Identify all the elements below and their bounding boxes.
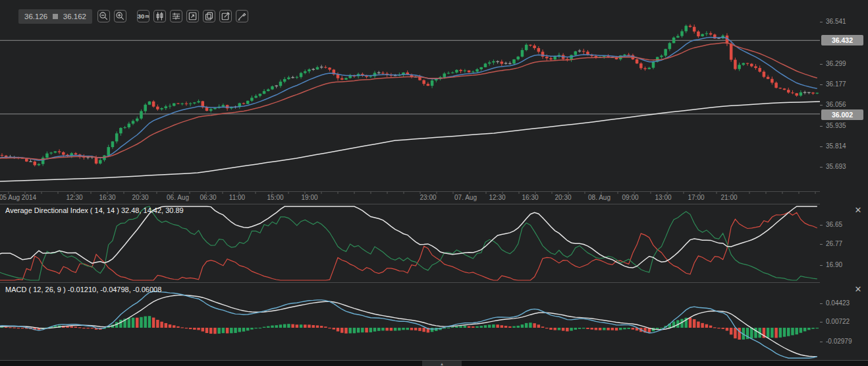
timeframe-unit: m: [145, 14, 149, 18]
price-axis-label: 35.814: [826, 142, 846, 150]
time-axis-label: 08. Aug: [588, 194, 610, 201]
quote-box: 36.126 36.162: [18, 9, 92, 24]
time-axis-label: 20:30: [555, 194, 571, 201]
adx-indicator-chart[interactable]: [0, 204, 820, 282]
price-line-badge: 36.432: [821, 35, 863, 46]
time-axis-label: 12:30: [66, 194, 82, 201]
price-axis[interactable]: ✕ ✕ 36.54136.29936.17736.05635.93535.814…: [820, 0, 868, 360]
axis-tick: [820, 22, 823, 22]
spread-indicator-icon: [53, 14, 58, 19]
time-axis[interactable]: 05 Aug 201412:3016:3020:3006. Aug06:3011…: [0, 192, 820, 204]
ema-slow-line: [0, 43, 817, 160]
macd-axis-label: -0.02979: [826, 338, 852, 346]
time-axis-label: 05 Aug 2014: [0, 194, 36, 201]
macd-title: MACD ( 12, 26, 9 ) -0.01210, -0.04798, -…: [5, 286, 161, 293]
price-axis-label: 36.177: [826, 80, 846, 88]
macd-indicator-chart[interactable]: [0, 283, 820, 360]
price-axis-label: 35.935: [826, 122, 846, 130]
expand-chart-icon: [187, 11, 198, 22]
time-axis-label: 06:30: [200, 194, 216, 201]
minus-di-line: [0, 212, 817, 280]
chart-expand-button[interactable]: [186, 10, 199, 22]
time-axis-label: 07. Aug: [454, 194, 477, 201]
price-axis-label: 36.299: [826, 60, 846, 68]
panel-expand-handle[interactable]: ▴: [422, 361, 462, 366]
price-line-badge: 36.002: [821, 109, 863, 120]
axis-tick: [820, 84, 823, 85]
macd-axis-label: 0.04423: [826, 299, 850, 307]
time-axis-label: 13:00: [655, 194, 671, 201]
time-axis-label: 23:00: [420, 194, 436, 201]
bottom-bar: ▴: [0, 361, 868, 366]
macd-pane: [0, 283, 820, 360]
plus-di-line: [0, 206, 817, 280]
candlestick-chart-icon: [154, 11, 165, 22]
axis-tick: [820, 322, 823, 322]
price-axis-label: 36.541: [826, 18, 846, 26]
zoom-out-button[interactable]: [97, 10, 110, 22]
price-axis-label: 35.693: [826, 163, 846, 171]
zoom-in-icon: [115, 11, 126, 22]
timeframe-button[interactable]: 30m: [137, 10, 149, 22]
marker-pen-icon: [236, 11, 248, 22]
axis-tick: [820, 265, 823, 266]
timeframe-value: 30: [138, 13, 145, 20]
sliders-icon: [171, 11, 182, 22]
time-axis-label: 06. Aug: [167, 194, 189, 201]
time-axis-label: 09:00: [622, 194, 638, 201]
axis-tick: [820, 342, 823, 342]
compose-icon: [220, 11, 231, 22]
edit-annotations-button[interactable]: [219, 10, 232, 22]
axis-tick: [820, 303, 823, 304]
time-axis-label: 11:00: [229, 194, 245, 201]
time-axis-label: 21:00: [720, 194, 737, 201]
price-axis-label: 36.056: [826, 101, 846, 109]
adx-axis-label: 26.77: [826, 240, 842, 248]
chart-type-button[interactable]: [153, 10, 166, 22]
long-ma-line: [0, 102, 820, 181]
adx-close-button[interactable]: ✕: [852, 204, 864, 216]
time-axis-label: 19:00: [301, 194, 317, 201]
axis-tick: [820, 167, 823, 168]
time-axis-label: 15:00: [267, 194, 283, 201]
chart-templates-button[interactable]: [203, 10, 215, 22]
time-axis-label: 16:30: [522, 194, 538, 201]
time-axis-label: 12:30: [489, 194, 505, 201]
axis-tick: [820, 225, 823, 226]
ask-price: 36.162: [63, 13, 86, 20]
time-axis-label: 17:00: [688, 194, 704, 201]
axis-tick: [820, 146, 823, 147]
copy-pages-icon: [203, 11, 215, 22]
adx-axis-label: 16.90: [826, 261, 842, 269]
adx-pane: [0, 204, 820, 282]
macd-axis-label: 0.00722: [826, 318, 850, 326]
time-axis-label: 16:30: [99, 194, 115, 201]
draw-marker-button[interactable]: [236, 10, 248, 22]
axis-tick: [820, 105, 823, 106]
time-axis-label: 20:30: [132, 194, 148, 201]
indicator-settings-button[interactable]: [170, 10, 182, 22]
zoom-out-icon: [98, 11, 109, 22]
trading-platform-chart: 36.126 36.162 30m: [0, 0, 868, 366]
ema-fast-line: [0, 38, 817, 161]
zoom-in-button[interactable]: [114, 10, 126, 22]
adx-axis-label: 36.65: [826, 221, 842, 229]
bid-price: 36.126: [24, 13, 47, 20]
axis-tick: [820, 244, 823, 245]
chart-toolbar: 36.126 36.162 30m: [0, 0, 820, 30]
adx-title: Average Directional Index ( 14, 14 ) 32.…: [5, 206, 184, 214]
macd-close-button[interactable]: ✕: [852, 284, 864, 295]
axis-tick: [820, 126, 823, 127]
axis-tick: [820, 64, 823, 65]
